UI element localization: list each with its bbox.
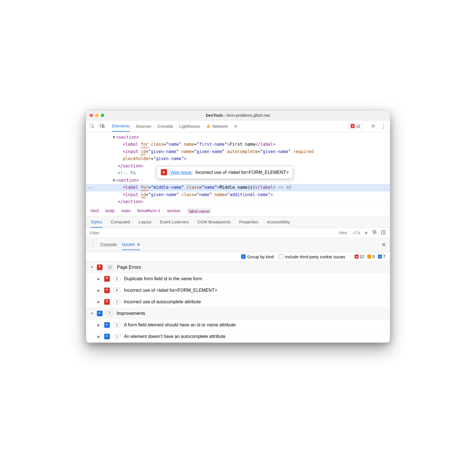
dom-row[interactable]: <input id="given-name" name="given-name"…	[86, 148, 390, 156]
issue-group[interactable]: ▼ 12 Page Errors	[86, 262, 390, 273]
tab-network[interactable]: Network	[206, 121, 228, 131]
paint-icon[interactable]	[372, 230, 377, 236]
issue-count-badge: 2	[113, 322, 121, 328]
issue-item[interactable]: ▶ 2 Incorrect use of autocomplete attrib…	[86, 296, 390, 308]
styles-filter-row: :hov .cls +	[86, 228, 390, 238]
cls-toggle[interactable]: .cls	[351, 230, 361, 235]
issue-count-badge: 12	[106, 264, 114, 270]
styles-tab[interactable]: Computed	[111, 217, 130, 228]
dom-row[interactable]: </section>	[86, 198, 390, 206]
issue-item[interactable]: ▶ 8 Incorrect use of <label for=FORM_ELE…	[86, 285, 390, 296]
breadcrumb-item[interactable]: section	[167, 208, 181, 214]
issue-label: Incorrect use of autocomplete attribute	[124, 299, 201, 304]
checkbox-icon	[279, 254, 283, 259]
issue-count-badge: 7	[106, 311, 113, 316]
breadcrumb-item[interactable]: body	[105, 208, 115, 214]
styles-tab[interactable]: Accessibility	[267, 217, 290, 228]
styles-tab[interactable]: DOM Breakpoints	[197, 217, 231, 228]
issue-item[interactable]: ▶ 2 Duplicate form field id in the same …	[86, 273, 390, 285]
error-icon: ✕	[355, 255, 359, 259]
breadcrumb-item[interactable]: main	[121, 208, 131, 214]
issue-tooltip: View issue: Incorrect use of <label for=…	[157, 166, 293, 179]
breadcrumb: htmlbodymainform#form-1sectionlabel.name	[86, 206, 390, 217]
issue-group-label: Improvements	[117, 311, 145, 316]
svg-rect-6	[373, 230, 375, 232]
svg-point-5	[373, 125, 374, 127]
issue-counts: ✕12 !0 ≡7	[350, 254, 385, 259]
device-toggle-icon[interactable]	[100, 124, 105, 129]
issue-count-badge: 2	[113, 299, 121, 305]
drawer-header: ⋮ Console Issues ✕ ✕	[86, 238, 390, 252]
dom-row[interactable]: <input id="given-name" class="name" name…	[86, 191, 390, 199]
info-bubble-icon	[97, 311, 103, 316]
main-toolbar: Elements Sources Console Lighthouse Netw…	[86, 120, 390, 132]
error-count: 12	[356, 124, 360, 128]
styles-filter-input[interactable]	[86, 230, 334, 235]
tab-console[interactable]: Console	[158, 121, 173, 131]
third-party-checkbox[interactable]: Include third-party cookie issues	[279, 254, 345, 259]
main-tabs: Elements Sources Console Lighthouse Netw…	[112, 121, 237, 132]
issue-item[interactable]: ▶ 2 A form field element should have an …	[86, 319, 390, 331]
hov-toggle[interactable]: :hov	[338, 230, 347, 235]
issue-item[interactable]: ▶ 1 An element doesn't have an autocompl…	[86, 331, 390, 342]
tab-sources[interactable]: Sources	[136, 121, 152, 131]
drawer-tab-console[interactable]: Console	[100, 240, 117, 250]
dom-row[interactable]: <label for="middle-name" class="name">Mi…	[86, 184, 390, 191]
disclosure-icon: ▶	[97, 300, 101, 304]
tabs-overflow-button[interactable]: »	[234, 123, 237, 129]
info-bubble-icon	[104, 322, 110, 328]
close-drawer-icon[interactable]: ✕	[382, 242, 386, 248]
disclosure-icon: ▶	[97, 277, 101, 281]
disclosure-icon: ▶	[97, 288, 101, 292]
issues-list: ▼ 12 Page Errors▶ 2 Duplicate form field…	[86, 262, 390, 342]
error-bubble-icon	[161, 169, 167, 175]
styles-tab[interactable]: Event Listeners	[160, 217, 189, 228]
toggle-sidebar-icon[interactable]	[381, 230, 386, 236]
dom-row[interactable]: <label for class="name" name="first-name…	[86, 141, 390, 148]
err-bubble-icon	[104, 288, 110, 293]
inspect-element-icon[interactable]	[90, 124, 95, 129]
disclosure-icon: ▶	[97, 323, 101, 327]
checkbox-icon: ✓	[241, 254, 246, 259]
svg-rect-4	[208, 127, 208, 127]
svg-rect-2	[103, 125, 104, 128]
breadcrumb-item[interactable]: form#form-1	[137, 208, 160, 214]
tab-elements[interactable]: Elements	[112, 121, 130, 132]
view-issue-link[interactable]: View issue:	[170, 169, 193, 176]
styles-tab[interactable]: Styles	[91, 217, 102, 228]
drawer-tab-issues[interactable]: Issues ✕	[122, 240, 140, 250]
tab-lighthouse[interactable]: Lighthouse	[179, 121, 200, 131]
window-title: DevTools - form-problems.glitch.me/	[86, 113, 390, 118]
issue-group[interactable]: ▼ 7 Improvements	[86, 308, 390, 319]
dom-tree[interactable]: View issue: Incorrect use of <label for=…	[86, 132, 390, 206]
error-count-chip[interactable]: ✕ 12	[348, 123, 363, 129]
issue-label: A form field element should have an id o…	[124, 322, 236, 328]
more-menu-icon[interactable]: ⋮	[381, 123, 386, 129]
titlebar: DevTools - form-problems.glitch.me/	[86, 111, 390, 120]
styles-tabs: StylesComputedLayoutEvent ListenersDOM B…	[86, 217, 390, 228]
styles-tab[interactable]: Properties	[239, 217, 258, 228]
breadcrumb-item[interactable]: html	[91, 208, 99, 214]
dom-row[interactable]: placeholder="given name">	[86, 155, 390, 163]
err-bubble-icon	[104, 276, 110, 282]
error-icon: ✕	[351, 124, 355, 128]
group-by-kind-checkbox[interactable]: ✓ Group by kind	[241, 254, 273, 259]
issue-label: An element doesn't have an autocomplete …	[124, 334, 226, 339]
styles-tab[interactable]: Layout	[139, 217, 151, 228]
disclosure-icon: ▼	[90, 311, 94, 315]
issues-options: ✓ Group by kind Include third-party cook…	[86, 252, 390, 262]
breadcrumb-item[interactable]: label.name	[187, 208, 211, 214]
settings-icon[interactable]	[371, 124, 376, 129]
drawer-menu-icon[interactable]: ⋮	[90, 242, 95, 248]
disclosure-icon: ▶	[97, 335, 101, 338]
warning-icon: !	[367, 255, 371, 259]
issue-count-badge: 1	[113, 334, 121, 339]
issue-label: Incorrect use of <label for=FORM_ELEMENT…	[124, 288, 217, 293]
svg-rect-7	[374, 234, 375, 234]
new-style-rule-icon[interactable]: +	[364, 229, 368, 236]
dom-row[interactable]: ▼<section>	[86, 134, 390, 141]
close-issues-tab-icon[interactable]: ✕	[137, 242, 140, 247]
svg-rect-8	[381, 231, 385, 234]
info-bubble-icon	[104, 334, 110, 339]
devtools-window: DevTools - form-problems.glitch.me/ Elem…	[86, 111, 390, 343]
